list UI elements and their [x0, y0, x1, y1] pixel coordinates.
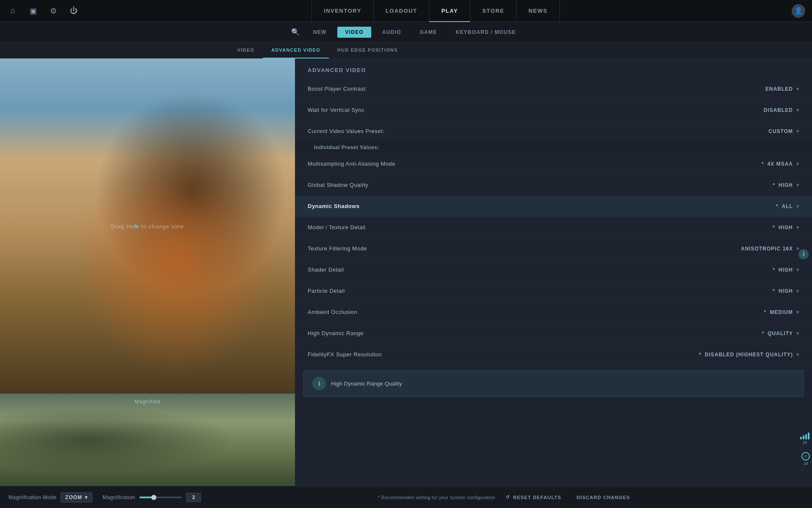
model-texture-value: * HIGH ▾ [773, 225, 799, 230]
profile-icon[interactable]: 👤 [792, 4, 805, 18]
signal-bar-1 [800, 437, 802, 439]
mag-mode-dropdown[interactable]: ZOOM ▾ [61, 492, 92, 502]
recommended-text: * Recommended setting for your system co… [378, 495, 495, 500]
setting-texture-filtering[interactable]: Texture Filtering Mode ANISOTROPIC 16X ▾ [295, 238, 812, 259]
chevron-icon: ▾ [796, 267, 799, 273]
setting-fidelityfx[interactable]: FidelityFX Super Resolution * DISABLED (… [295, 344, 812, 365]
chevron-icon: ▾ [796, 246, 799, 252]
tv-icon[interactable]: ▣ [27, 5, 39, 17]
chevron-icon: ▾ [796, 86, 799, 92]
preview-bottom[interactable]: Magnified [0, 394, 295, 486]
shader-detail-value: * HIGH ▾ [773, 267, 799, 273]
shader-detail-label: Shader Detail [308, 266, 344, 273]
magnification-control: Magnification 2 [103, 493, 201, 502]
slider-thumb[interactable] [151, 495, 156, 500]
chevron-icon: ▾ [796, 161, 799, 167]
magnification-mode: Magnification Mode ZOOM ▾ [8, 492, 92, 502]
preview-top[interactable]: Drag here to change view + [0, 58, 295, 394]
nav-news[interactable]: NEWS [517, 0, 560, 22]
tab-new[interactable]: NEW [306, 27, 334, 38]
chevron-icon: ▾ [796, 309, 799, 315]
video-preset-label: Current Video Values Preset: [308, 128, 384, 134]
preview-scene-bg [0, 58, 295, 394]
setting-ambient-occlusion[interactable]: Ambient Occlusion * MEDIUM ▾ [295, 302, 812, 323]
hdr-banner-text: High Dynamic Range QualIty [331, 380, 402, 387]
settings-icon[interactable]: ⚙ [47, 5, 59, 17]
power-icon[interactable]: ⏻ [68, 5, 80, 17]
tab-keyboard-mouse[interactable]: KEYBOARD / MOUSE [448, 27, 523, 38]
bottom-left: Magnification Mode ZOOM ▾ Magnification … [8, 492, 201, 502]
subtab-advanced-video[interactable]: ADVANCED VIDEO [263, 42, 329, 58]
slider-fill [139, 497, 152, 498]
hdr-value: * QUALITY ▾ [762, 330, 799, 336]
video-preset-value: CUSTOM ▾ [768, 128, 799, 134]
setting-hdr[interactable]: High Dynamic Range * QUALITY ▾ [295, 323, 812, 344]
particle-detail-label: Particle Detail [308, 288, 345, 294]
chevron-down-icon: ▾ [85, 494, 88, 500]
preset-values-label: Individual Preset Values: [295, 142, 812, 153]
magnification-slider-track[interactable] [139, 497, 182, 498]
nav-icons: ⌂ ▣ ⚙ ⏻ [7, 5, 80, 17]
tab-video[interactable]: VIDEO [337, 27, 371, 38]
ambient-occlusion-value: * MEDIUM ▾ [764, 309, 799, 315]
nav-play[interactable]: PLAY [429, 0, 470, 22]
signal-bar-4 [808, 433, 809, 439]
nav-loadout[interactable]: LOADOUT [374, 0, 430, 22]
chevron-icon: ▾ [796, 128, 799, 134]
chevron-icon: ▾ [796, 182, 799, 188]
home-icon[interactable]: ⌂ [7, 5, 19, 17]
chevron-icon: ▾ [796, 330, 799, 336]
signal-icon: 10 [800, 433, 810, 444]
nav-store[interactable]: STORE [470, 0, 517, 22]
chevron-icon: ▾ [796, 225, 799, 230]
clock-number: 19 [804, 461, 808, 466]
bottom-center: * Recommended setting for your system co… [209, 492, 804, 502]
subtab-video[interactable]: VIDEO [229, 42, 263, 58]
sub-tabs: VIDEO ADVANCED VIDEO HUD EDGE POSITIONS [0, 42, 812, 58]
main-content: Drag here to change view + Magnified Adv… [0, 58, 812, 486]
signal-bar-3 [805, 434, 807, 439]
dynamic-shadows-value: * ALL ▾ [776, 203, 799, 209]
hdr-label: High Dynamic Range [308, 330, 364, 336]
preview-panel: Drag here to change view + Magnified [0, 58, 295, 486]
magnified-label: Magnified [134, 399, 160, 405]
signal-bar-2 [803, 436, 804, 439]
boost-contrast-value: ENABLED ▾ [765, 86, 799, 92]
chevron-icon: ▾ [796, 107, 799, 113]
nav-inventory[interactable]: INVENTORY [311, 0, 374, 22]
nav-links: INVENTORY LOADOUT PLAY STORE NEWS [80, 0, 792, 22]
vsync-value: DISABLED ▾ [764, 107, 799, 113]
vsync-label: Wait for Vertical Sync [308, 107, 364, 113]
setting-model-texture[interactable]: Model / Texture Detail * HIGH ▾ [295, 217, 812, 238]
setting-shadow-quality[interactable]: Global Shadow Quality * HIGH ▾ [295, 175, 812, 196]
secondary-nav: 🔍 NEW VIDEO AUDIO GAME KEYBOARD / MOUSE [0, 22, 812, 42]
preview-bottom-scene [0, 394, 295, 486]
shadow-quality-label: Global Shadow Quality [308, 182, 368, 188]
texture-filtering-value: ANISOTROPIC 16X ▾ [741, 246, 799, 252]
info-button[interactable]: ℹ [798, 249, 809, 259]
signal-number: 10 [803, 440, 807, 444]
setting-vsync[interactable]: Wait for Vertical Sync DISABLED ▾ [295, 100, 812, 121]
fidelityfx-value: * DISABLED (HIGHEST QUALITY) ▾ [699, 352, 799, 358]
fidelityfx-label: FidelityFX Super Resolution [308, 351, 382, 358]
chevron-icon: ▾ [796, 203, 799, 209]
tab-audio[interactable]: AUDIO [375, 27, 409, 38]
setting-boost-contrast[interactable]: Boost Player Contrast ENABLED ▾ [295, 78, 812, 100]
signal-bars [800, 433, 809, 439]
model-texture-label: Model / Texture Detail [308, 224, 366, 230]
setting-shader-detail[interactable]: Shader Detail * HIGH ▾ [295, 259, 812, 280]
setting-msaa[interactable]: Multisampling Anti-Aliasing Mode * 4X MS… [295, 153, 812, 175]
search-icon[interactable]: 🔍 [289, 25, 302, 39]
msaa-label: Multisampling Anti-Aliasing Mode [308, 161, 395, 167]
setting-particle-detail[interactable]: Particle Detail * HIGH ▾ [295, 280, 812, 302]
subtab-hud-edge[interactable]: HUD EDGE POSITIONS [329, 42, 406, 58]
reset-defaults-button[interactable]: ↺ RESET DEFAULTS [501, 492, 567, 502]
discard-changes-button[interactable]: DISCARD CHANGES [572, 492, 635, 502]
msaa-value: * 4X MSAA ▾ [762, 161, 799, 167]
setting-dynamic-shadows[interactable]: Dynamic Shadows * ALL ▾ [295, 196, 812, 217]
setting-video-preset[interactable]: Current Video Values Preset: CUSTOM ▾ [295, 121, 812, 142]
clock-icon: ⏱ 19 [801, 452, 810, 466]
tab-game[interactable]: GAME [412, 27, 445, 38]
texture-filtering-label: Texture Filtering Mode [308, 245, 367, 252]
hdr-banner-icon: ℹ [312, 377, 326, 390]
